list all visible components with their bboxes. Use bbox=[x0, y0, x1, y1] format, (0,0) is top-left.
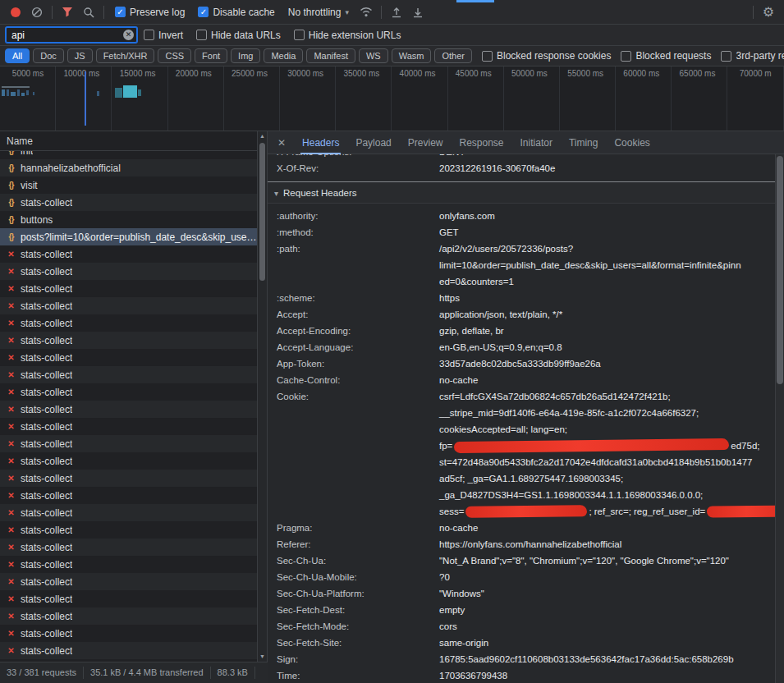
record-button[interactable] bbox=[5, 2, 26, 22]
network-request-row[interactable]: {}stats-collect bbox=[0, 194, 257, 211]
header-row: Sec-Fetch-Mode:cors bbox=[268, 618, 775, 635]
header-row: Accept-Language:en-GB,en-US;q=0.9,en;q=0… bbox=[268, 339, 775, 355]
request-name: stats-collect bbox=[21, 490, 72, 502]
network-request-row[interactable]: ✕stats-collect bbox=[0, 366, 257, 383]
tab-preview[interactable]: Preview bbox=[400, 131, 452, 154]
network-request-row[interactable]: ✕stats-collect bbox=[0, 573, 257, 590]
network-request-row[interactable]: ✕stats-collect bbox=[0, 625, 257, 642]
tab-cookies[interactable]: Cookies bbox=[606, 131, 658, 154]
tab-payload[interactable]: Payload bbox=[347, 131, 399, 154]
details-scrollbar[interactable] bbox=[775, 154, 784, 683]
filter-chip-doc[interactable]: Doc bbox=[33, 48, 64, 63]
scrollbar-thumb[interactable] bbox=[259, 143, 265, 281]
network-request-row[interactable]: ✕stats-collect bbox=[0, 418, 257, 435]
header-row: Sec-Ch-Ua-Platform:"Windows" bbox=[268, 585, 775, 602]
error-icon: ✕ bbox=[6, 336, 16, 345]
header-row: App-Token:33d57ade8c02dbc5a333db99ff9ae2… bbox=[268, 355, 775, 372]
header-value-line: _ga_D4827DS3H4=GS1.1.1698003344.1.1.1698… bbox=[439, 487, 775, 503]
network-request-row[interactable]: {}hannahelizabethofficial bbox=[0, 159, 257, 176]
triangle-down-icon: ▾ bbox=[274, 189, 278, 198]
network-request-row[interactable]: ✕stats-collect bbox=[0, 487, 257, 504]
clear-button[interactable] bbox=[26, 2, 48, 22]
overview-activity-bar bbox=[123, 85, 137, 98]
filter-chip-manifest[interactable]: Manifest bbox=[306, 48, 355, 63]
funnel-icon bbox=[62, 7, 73, 17]
3rd-party-requests-checkbox[interactable]: 3rd-party requests bbox=[721, 50, 784, 62]
filter-chip-other[interactable]: Other bbox=[434, 48, 472, 63]
filter-chip-js[interactable]: JS bbox=[67, 48, 93, 63]
header-value: 1703636799438 bbox=[439, 667, 775, 683]
checkbox-label: Blocked response cookies bbox=[497, 50, 611, 62]
tab-initiator[interactable]: Initiator bbox=[512, 131, 561, 154]
disable-cache-checkbox[interactable]: ✓ Disable cache bbox=[198, 7, 274, 18]
header-value-line: csrf=LdfcGX4Sa72db06824c657db26a5d142472… bbox=[439, 388, 775, 405]
request-name: stats-collect bbox=[21, 249, 72, 260]
export-har-button[interactable] bbox=[407, 2, 429, 22]
blocked-response-cookies-checkbox[interactable]: Blocked response cookies bbox=[482, 50, 611, 62]
network-request-row[interactable]: ✕stats-collect bbox=[0, 521, 257, 539]
scrollbar-thumb[interactable] bbox=[777, 156, 783, 384]
tab-response[interactable]: Response bbox=[451, 131, 511, 154]
network-request-row[interactable]: ✕stats-collect bbox=[0, 401, 257, 418]
filter-chip-fetch-xhr[interactable]: Fetch/XHR bbox=[96, 48, 155, 63]
hide-data-urls-checkbox[interactable]: Hide data URLs bbox=[196, 30, 281, 41]
network-request-row[interactable]: ✕stats-collect bbox=[0, 452, 257, 470]
network-request-row[interactable]: ✕stats-collect bbox=[0, 470, 257, 487]
import-har-button[interactable] bbox=[386, 2, 407, 22]
network-request-row[interactable]: ✕stats-collect bbox=[0, 297, 257, 314]
invert-checkbox[interactable]: Invert bbox=[144, 30, 183, 41]
close-details-icon[interactable]: ✕ bbox=[268, 137, 294, 149]
request-name: stats-collect bbox=[21, 438, 72, 450]
network-request-row[interactable]: ✕stats-collect bbox=[0, 435, 257, 452]
tab-timing[interactable]: Timing bbox=[561, 131, 607, 154]
filter-toggle-button[interactable] bbox=[57, 2, 78, 22]
network-request-row[interactable]: ✕stats-collect bbox=[0, 263, 257, 280]
checkbox-checked-icon: ✓ bbox=[115, 7, 126, 17]
network-request-row[interactable]: ✕stats-collect bbox=[0, 504, 257, 521]
error-icon: ✕ bbox=[6, 577, 16, 586]
filter-chip-img[interactable]: Img bbox=[231, 48, 260, 63]
request-headers-section[interactable]: ▾ Request Headers bbox=[268, 181, 775, 204]
header-row: :scheme:https bbox=[268, 290, 775, 306]
network-request-row[interactable]: ✕stats-collect bbox=[0, 280, 257, 297]
name-column-header[interactable]: Name bbox=[0, 131, 257, 151]
request-name: stats-collect bbox=[21, 197, 72, 209]
preserve-log-checkbox[interactable]: ✓ Preserve log bbox=[115, 7, 185, 18]
filter-chip-all[interactable]: All bbox=[5, 48, 30, 63]
network-request-row[interactable]: ✕stats-collect bbox=[0, 607, 257, 625]
scroll-up-icon[interactable]: ▲ bbox=[258, 131, 267, 141]
filter-chip-media[interactable]: Media bbox=[264, 48, 303, 63]
network-request-row[interactable]: ✕stats-collect bbox=[0, 642, 257, 659]
blocked-requests-checkbox[interactable]: Blocked requests bbox=[621, 50, 711, 62]
requests-scrollbar[interactable]: ▲ ▼ bbox=[258, 131, 268, 662]
filter-chip-ws[interactable]: WS bbox=[359, 48, 388, 63]
network-request-row[interactable]: ✕stats-collect bbox=[0, 539, 257, 556]
network-request-row[interactable]: ✕stats-collect bbox=[0, 245, 257, 263]
filter-chip-wasm[interactable]: Wasm bbox=[392, 48, 432, 63]
network-request-row[interactable]: ✕stats-collect bbox=[0, 556, 257, 573]
network-request-row[interactable]: ✕stats-collect bbox=[0, 383, 257, 401]
tab-headers[interactable]: Headers bbox=[294, 131, 347, 154]
filter-chip-css[interactable]: CSS bbox=[158, 48, 191, 63]
checkbox-label: Hide extension URLs bbox=[309, 30, 401, 41]
network-conditions-button[interactable] bbox=[355, 2, 377, 22]
network-request-row[interactable]: {}buttons bbox=[0, 211, 257, 228]
network-request-row[interactable]: ✕stats-collect bbox=[0, 590, 257, 607]
filter-chip-font[interactable]: Font bbox=[195, 48, 227, 63]
throttling-select[interactable]: No throttling ▾ bbox=[288, 7, 349, 18]
header-value-line: gzip, deflate, br bbox=[439, 323, 775, 339]
search-button[interactable] bbox=[78, 2, 99, 22]
network-request-row[interactable]: ✕stats-collect bbox=[0, 349, 257, 366]
filter-input[interactable] bbox=[6, 27, 137, 43]
json-icon: {} bbox=[6, 232, 16, 241]
header-value-line: no-cache bbox=[439, 520, 775, 536]
overview-strip[interactable]: 5000 ms10000 ms15000 ms20000 ms25000 ms3… bbox=[0, 66, 784, 131]
network-request-row[interactable]: ✕stats-collect bbox=[0, 314, 257, 332]
network-request-row[interactable]: {}visit bbox=[0, 176, 257, 194]
network-request-row[interactable]: {}posts?limit=10&order=publish_date_desc… bbox=[0, 228, 257, 245]
scroll-down-icon[interactable]: ▼ bbox=[258, 652, 267, 662]
clear-filter-icon[interactable]: ✕ bbox=[123, 30, 134, 40]
network-request-row[interactable]: ✕stats-collect bbox=[0, 332, 257, 349]
settings-gear-icon[interactable]: ⚙ bbox=[758, 2, 779, 22]
hide-extension-urls-checkbox[interactable]: Hide extension URLs bbox=[294, 30, 401, 41]
